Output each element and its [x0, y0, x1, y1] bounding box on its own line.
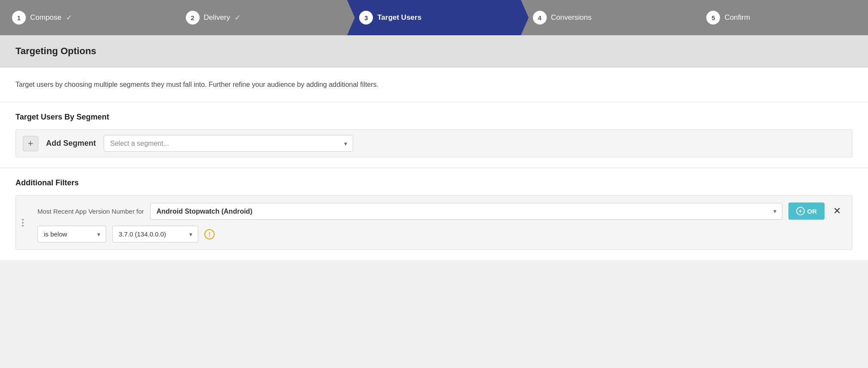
stepper: 1 Compose ✓ 2 Delivery ✓ 3 Target Users … [0, 0, 868, 35]
step-check-compose: ✓ [66, 13, 72, 22]
step-delivery[interactable]: 2 Delivery ✓ [174, 0, 348, 35]
step-label-confirm: Confirm [724, 13, 750, 22]
step-number-3: 3 [359, 11, 373, 25]
step-label-compose: Compose [30, 13, 62, 22]
step-label-target-users: Target Users [377, 13, 422, 22]
step-number-4: 4 [533, 11, 547, 25]
filters-section-title: Additional Filters [15, 178, 853, 187]
filter-bottom-row: is below ▾ 3.7.0 (134.0.0.0) ▾ ! [25, 226, 843, 242]
app-select-wrapper: Android Stopwatch (Android) ▾ [150, 203, 782, 220]
step-number-5: 5 [706, 11, 720, 25]
segment-select[interactable]: Select a segment... [104, 135, 353, 152]
condition-select[interactable]: is below [37, 226, 106, 242]
step-conversions[interactable]: 4 Conversions [521, 0, 695, 35]
segment-section-title: Target Users By Segment [15, 113, 853, 122]
step-target-users[interactable]: 3 Target Users [347, 0, 521, 35]
add-segment-label: Add Segment [46, 139, 96, 148]
or-button[interactable]: + OR [788, 202, 825, 220]
main-content: Targeting Options Target users by choosi… [0, 35, 868, 260]
filters-section: Additional Filters Most Recent App Versi… [0, 168, 868, 260]
drag-handle-icon[interactable] [20, 217, 25, 228]
filter-top-row: Most Recent App Version Number for Andro… [25, 202, 843, 220]
filter-row: Most Recent App Version Number for Andro… [15, 195, 853, 250]
step-label-conversions: Conversions [551, 13, 592, 22]
step-compose[interactable]: 1 Compose ✓ [0, 0, 174, 35]
or-button-label: OR [807, 208, 817, 215]
description-section: Target users by choosing multiple segmen… [0, 67, 868, 102]
add-segment-row: + Add Segment Select a segment... ▾ [15, 129, 853, 157]
version-select[interactable]: 3.7.0 (134.0.0.0) [112, 226, 198, 242]
close-filter-button[interactable]: ✕ [831, 205, 843, 217]
step-number-2: 2 [186, 11, 200, 25]
step-label-delivery: Delivery [204, 13, 230, 22]
step-confirm[interactable]: 5 Confirm [694, 0, 868, 35]
version-select-wrapper: 3.7.0 (134.0.0.0) ▾ [112, 226, 198, 242]
segment-select-wrapper: Select a segment... ▾ [104, 135, 353, 152]
step-check-delivery: ✓ [234, 13, 241, 22]
or-plus-icon: + [796, 207, 805, 215]
add-segment-plus-button[interactable]: + [23, 136, 38, 151]
section-header: Targeting Options [0, 35, 868, 67]
filter-label: Most Recent App Version Number for [37, 208, 144, 215]
condition-select-wrapper: is below ▾ [37, 226, 106, 242]
section-title: Targeting Options [15, 46, 853, 57]
segment-section: Target Users By Segment + Add Segment Se… [0, 102, 868, 168]
description-text: Target users by choosing multiple segmen… [15, 80, 853, 90]
info-icon[interactable]: ! [204, 229, 215, 239]
app-select[interactable]: Android Stopwatch (Android) [150, 203, 782, 220]
step-number-1: 1 [12, 11, 26, 25]
